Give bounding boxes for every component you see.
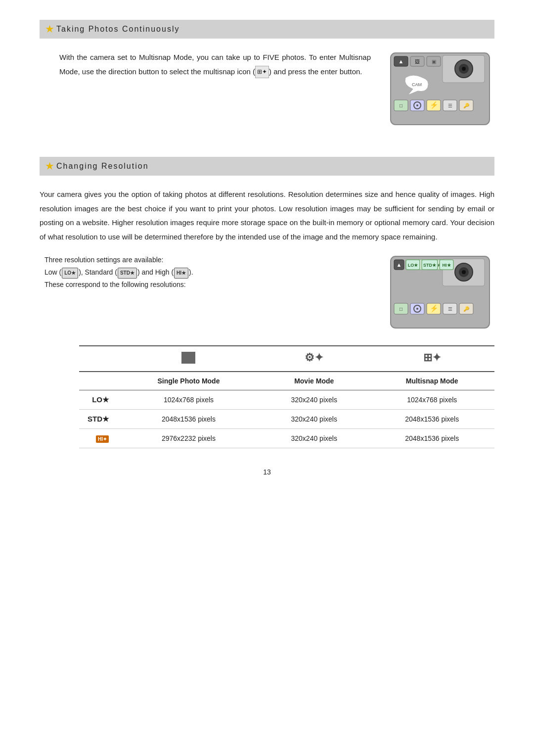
svg-text:🔑: 🔑 bbox=[463, 306, 470, 312]
camera-display2-svg: ▲ LO★ STD★ STD★ LO★ STD★ HI★ □ bbox=[388, 254, 492, 331]
svg-text:▣: ▣ bbox=[432, 59, 436, 64]
res-line2: Low (LO★), Standard (STD★) and High (HI★… bbox=[44, 266, 371, 279]
multisnap-icon: ⊞✦ bbox=[255, 66, 269, 78]
section1-camera-image: ▲ 🖼 ▣ □ ⚡ ☰ 🔑 CAM bbox=[386, 50, 494, 127]
svg-text:CAM: CAM bbox=[412, 82, 422, 87]
table-header-icon-multi: ⊞✦ bbox=[370, 346, 495, 372]
svg-text:🔑: 🔑 bbox=[463, 102, 470, 109]
res-line3: These correspond to the following resolu… bbox=[44, 279, 371, 291]
section2-lower: Three resolution settings are available:… bbox=[40, 254, 494, 331]
section2-camera-image: ▲ LO★ STD★ STD★ LO★ STD★ HI★ □ bbox=[386, 254, 494, 331]
svg-text:□: □ bbox=[400, 306, 402, 312]
section1-header: ★ Taking Photos Continuously bbox=[40, 20, 494, 39]
section1-content: With the camera set to Multisnap Mode, y… bbox=[40, 50, 494, 127]
camera-display-svg: ▲ 🖼 ▣ □ ⚡ ☰ 🔑 CAM bbox=[388, 50, 492, 127]
svg-text:⚡: ⚡ bbox=[430, 304, 439, 313]
row2-col1: 2048x1536 pixels bbox=[119, 410, 259, 429]
section2-star-icon: ★ bbox=[45, 161, 53, 172]
std-badge: STD★ bbox=[118, 268, 137, 279]
section1-title: Taking Photos Continuously bbox=[56, 25, 179, 34]
table-header-empty bbox=[79, 346, 119, 372]
section-taking-photos: ★ Taking Photos Continuously With the ca… bbox=[40, 20, 494, 127]
section2-body-text: Your camera gives you the option of taki… bbox=[40, 188, 494, 244]
svg-point-15 bbox=[416, 104, 418, 106]
svg-text:☰: ☰ bbox=[448, 103, 452, 108]
row1-col1: 1024x768 pixels bbox=[119, 390, 259, 410]
row3-col1: 2976x2232 pixels bbox=[119, 429, 259, 448]
res-line1: Three resolution settings are available: bbox=[44, 254, 371, 266]
multisnap-table-icon: ⊞✦ bbox=[378, 351, 487, 364]
row3-label: HI✦ bbox=[79, 429, 119, 448]
movie-icon: ⚙✦ bbox=[267, 351, 362, 364]
row1-label: LO★ bbox=[79, 390, 119, 410]
row2-label: STD★ bbox=[79, 410, 119, 429]
table-header-row: ⚙✦ ⊞✦ bbox=[79, 346, 494, 372]
section-changing-resolution: ★ Changing Resolution Your camera gives … bbox=[40, 157, 494, 448]
table-col-multi: Multisnap Mode bbox=[370, 372, 495, 390]
svg-text:STD★: STD★ bbox=[423, 263, 437, 268]
svg-text:▲: ▲ bbox=[399, 58, 404, 64]
table-row: HI✦ 2976x2232 pixels 320x240 pixels 2048… bbox=[79, 429, 494, 448]
row3-col3: 2048x1536 pixels bbox=[370, 429, 495, 448]
svg-text:HI★: HI★ bbox=[443, 263, 451, 268]
table-header-icon-movie: ⚙✦ bbox=[259, 346, 370, 372]
svg-point-46 bbox=[416, 308, 418, 310]
section2-title: Changing Resolution bbox=[56, 162, 149, 171]
table-row: STD★ 2048x1536 pixels 320x240 pixels 204… bbox=[79, 410, 494, 429]
svg-text:🖼: 🖼 bbox=[415, 59, 420, 64]
table-header-labels-row: Single Photo Mode Movie Mode Multisnap M… bbox=[79, 372, 494, 390]
row2-col2: 320x240 pixels bbox=[259, 410, 370, 429]
svg-text:□: □ bbox=[400, 103, 402, 108]
table-col-single: Single Photo Mode bbox=[119, 372, 259, 390]
page-number: 13 bbox=[40, 468, 494, 476]
table-col-movie: Movie Mode bbox=[259, 372, 370, 390]
svg-point-4 bbox=[462, 67, 466, 71]
lo-badge: LO★ bbox=[62, 268, 78, 279]
section1-body-text: With the camera set to Multisnap Mode, y… bbox=[40, 50, 371, 79]
row3-col2: 320x240 pixels bbox=[259, 429, 370, 448]
svg-text:▲: ▲ bbox=[397, 262, 402, 268]
single-photo-icon bbox=[181, 352, 195, 364]
row1-col2: 320x240 pixels bbox=[259, 390, 370, 410]
resolution-table: ⚙✦ ⊞✦ Single Photo Mode Movie Mode Multi… bbox=[79, 345, 494, 448]
svg-text:⚡: ⚡ bbox=[430, 101, 439, 109]
section1-star-icon: ★ bbox=[45, 24, 53, 35]
row2-col3: 2048x1536 pixels bbox=[370, 410, 495, 429]
row1-col3: 1024x768 pixels bbox=[370, 390, 495, 410]
svg-point-27 bbox=[462, 270, 466, 274]
section2-lower-text: Three resolution settings are available:… bbox=[40, 254, 371, 291]
table-col-empty bbox=[79, 372, 119, 390]
section2-header: ★ Changing Resolution bbox=[40, 157, 494, 176]
hi-badge: HI★ bbox=[174, 268, 188, 279]
table-header-icon-single bbox=[119, 346, 259, 372]
svg-text:LO★: LO★ bbox=[408, 263, 418, 268]
svg-text:☰: ☰ bbox=[448, 306, 452, 312]
table-row: LO★ 1024x768 pixels 320x240 pixels 1024x… bbox=[79, 390, 494, 410]
hi-row-icon: HI✦ bbox=[96, 435, 109, 443]
